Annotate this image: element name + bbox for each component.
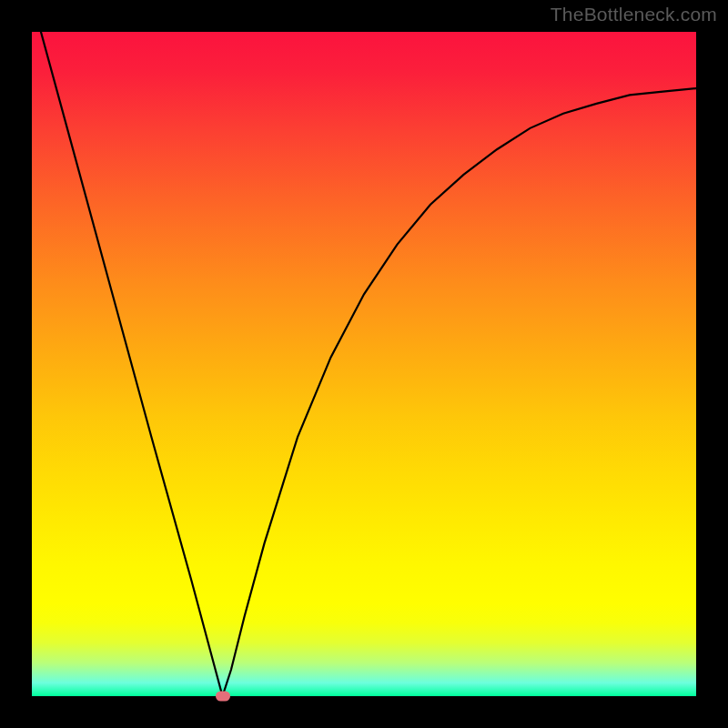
- chart-frame: TheBottleneck.com: [0, 0, 728, 728]
- curve-svg: [32, 32, 696, 696]
- curve-path: [32, 0, 696, 696]
- min-marker: [216, 692, 230, 702]
- watermark-text: TheBottleneck.com: [551, 4, 717, 25]
- plot-area: [32, 32, 696, 696]
